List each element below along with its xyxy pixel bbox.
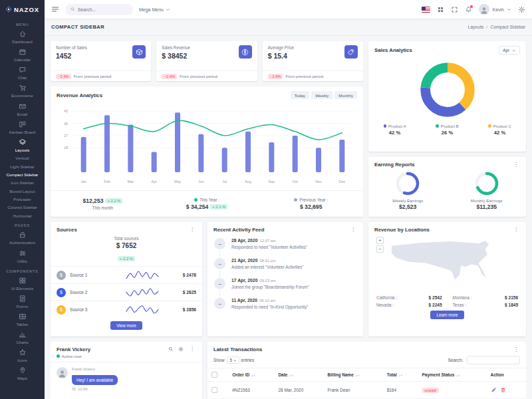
sidebar-item-forms[interactable]: Forms	[0, 293, 45, 311]
source-row-source-3[interactable]: $Source 3$ 2856	[51, 301, 202, 318]
sidebar-item-icons[interactable]: Icons	[0, 346, 45, 364]
location-name: Nevada :	[376, 303, 394, 307]
edit-button[interactable]	[491, 385, 497, 395]
sidebar-item-boxed-layout[interactable]: Boxed Layout	[0, 187, 45, 195]
column-header-billing-name[interactable]: Billing Name▲▼	[324, 368, 383, 382]
sidebar-item-dashboard[interactable]: Dashboard	[0, 28, 45, 46]
language-flag-button[interactable]	[422, 7, 430, 13]
sidebar-item-tables[interactable]: Tables	[0, 311, 45, 329]
app-logo[interactable]: NAZOX	[0, 0, 45, 19]
source-row-source-2[interactable]: $Source 2$ 2625	[51, 283, 202, 301]
notifications-button[interactable]	[465, 6, 472, 13]
breadcrumb-item-layouts[interactable]: Layouts	[467, 25, 483, 29]
sidebar-item-light-sidebar[interactable]: Light Sidebar	[0, 162, 45, 170]
entries-select[interactable]: 5▾	[227, 356, 239, 364]
transactions-table: Order ID▲▼Date▲▼Billing Name▲▼Total▲▼Pay…	[207, 368, 526, 399]
sidebar-item-charts[interactable]: Charts	[0, 329, 45, 346]
sidebar-item-utility[interactable]: Utility	[0, 247, 45, 265]
sidebar-item-colored-sidebar[interactable]: Colored Sidebar	[0, 203, 45, 211]
kebab-menu-icon[interactable]: ⋮	[188, 346, 196, 352]
period-select[interactable]: Apr	[499, 46, 520, 55]
sidebar-item-ui-elements[interactable]: UI Elements	[0, 275, 45, 293]
column-header-action[interactable]: Action	[487, 368, 526, 382]
chat-settings-button[interactable]	[178, 346, 184, 352]
zoom-in-button[interactable]: +	[376, 237, 384, 244]
sidebar-item-label: Ecommerce	[11, 93, 33, 98]
billing-name-cell: Frank Dean	[324, 382, 383, 399]
column-label: Total	[387, 372, 397, 377]
sales-analytics-card: Sales Analytics Apr Product A42 %Product…	[368, 41, 526, 152]
user-menu[interactable]: Kevin	[479, 4, 511, 15]
row-checkbox[interactable]	[211, 387, 217, 393]
pin-icon	[19, 366, 27, 374]
svg-text:Nov: Nov	[315, 180, 322, 184]
kebab-menu-icon[interactable]: ⋮	[349, 227, 357, 233]
view-more-button[interactable]: View more	[110, 321, 142, 330]
chart-icon	[19, 331, 27, 338]
sidebar-item-compact-sidebar[interactable]: Compact Sidebar	[0, 171, 45, 179]
sidebar-item-maps[interactable]: Maps	[0, 364, 45, 382]
sidebar-item-layouts[interactable]: Layouts	[0, 136, 45, 154]
menu-toggle-button[interactable]	[51, 5, 59, 13]
sidebar-item-label: Compact Sidebar	[7, 172, 39, 177]
fullscreen-button[interactable]	[451, 6, 458, 13]
revenue-locations-card: Revenue by Locations ⋮ + − California :$…	[368, 222, 526, 336]
sort-icon: ▲▼	[251, 374, 255, 377]
kebab-menu-icon[interactable]: ⋮	[512, 162, 520, 168]
activity-date: 17 Apr, 202009:23 am	[231, 278, 356, 283]
brand-icon	[5, 6, 12, 13]
range-button-today[interactable]: Today	[291, 91, 310, 99]
mega-menu-label: Mega Menu	[139, 7, 164, 12]
sidebar-item-icon-sidebar[interactable]: Icon Sidebar	[0, 179, 45, 187]
svg-text:Sep: Sep	[269, 180, 275, 184]
message-time: 12:09	[72, 387, 118, 391]
column-header-order-id[interactable]: Order ID▲▼	[228, 368, 274, 382]
column-label: Order ID	[232, 372, 249, 377]
column-header-total[interactable]: Total▲▼	[383, 368, 418, 382]
apps-grid-button[interactable]	[437, 6, 444, 13]
sidebar-item-label: Icons	[17, 358, 27, 362]
sources-card: Sources ⋮ Total sources $ 7652 + 2.2 % $…	[51, 222, 202, 336]
kebab-menu-icon[interactable]: ⋮	[512, 227, 520, 233]
sidebar-item-calendar[interactable]: Calendar	[0, 46, 45, 64]
mega-menu[interactable]: Mega Menu	[139, 7, 170, 12]
range-button-weekly[interactable]: Weekly	[311, 91, 332, 99]
column-header-date[interactable]: Date▲▼	[274, 368, 323, 382]
select-all-checkbox[interactable]	[211, 372, 217, 378]
gear-icon	[518, 6, 525, 13]
source-row-source-1[interactable]: $Source 1$ 2478	[51, 266, 202, 283]
settings-gear-button[interactable]	[518, 6, 525, 13]
learn-more-button[interactable]: Learn more	[430, 311, 464, 319]
range-button-monthly[interactable]: Monthly	[334, 91, 357, 99]
chat-search-button[interactable]	[168, 346, 174, 352]
sidebar-item-vertical[interactable]: Vertical	[0, 154, 45, 162]
topbar-search[interactable]	[65, 4, 133, 15]
legend-dot	[294, 198, 297, 201]
sidebar-item-authentication[interactable]: Authentication	[0, 229, 45, 247]
activity-time: 12:07 am	[259, 239, 276, 243]
legend-name: Product B	[421, 124, 473, 128]
source-sparkline	[106, 270, 179, 280]
sidebar-item-preloader[interactable]: Preloader	[0, 195, 45, 203]
location-name: California :	[376, 295, 397, 300]
card-title: Recent Activity Feed	[213, 227, 264, 233]
sidebar-item-horizontal[interactable]: Horizontal	[0, 211, 45, 219]
sidebar-item-chat[interactable]: Chat	[0, 64, 45, 82]
apps-grid-icon	[437, 6, 444, 13]
breadcrumb-separator: ›	[486, 25, 487, 29]
kebab-menu-icon[interactable]: ⋮	[512, 347, 520, 352]
location-row-texas: Texas :$ 1845	[453, 303, 519, 307]
column-header-payment-status[interactable]: Payment Status▲▼	[418, 368, 487, 382]
search-icon	[70, 7, 75, 12]
zoom-out-button[interactable]: −	[376, 245, 384, 253]
cart-icon	[19, 84, 27, 92]
table-search-input[interactable]	[467, 356, 520, 364]
search-input[interactable]	[78, 7, 128, 12]
sidebar-item-ecommerce[interactable]: Ecommerce	[0, 82, 45, 100]
column-label: Action	[491, 372, 504, 377]
arrow-right-icon: →	[214, 238, 225, 249]
kebab-menu-icon[interactable]: ⋮	[188, 227, 196, 233]
sidebar-item-kanban-board[interactable]: Kanban Board	[0, 118, 45, 136]
delete-button[interactable]	[500, 385, 506, 395]
sidebar-item-email[interactable]: Email	[0, 100, 45, 118]
